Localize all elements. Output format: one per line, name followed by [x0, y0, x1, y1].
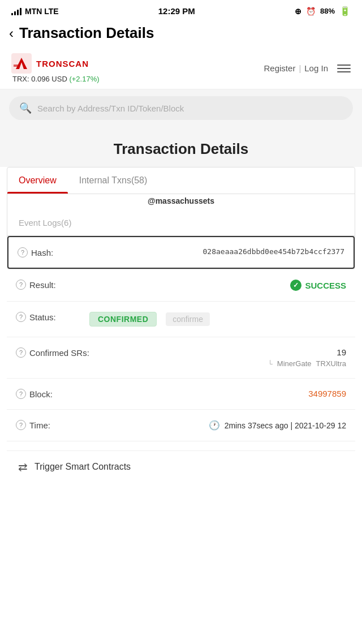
svg-rect-2 — [14, 65, 18, 67]
result-help-icon[interactable]: ? — [16, 280, 26, 290]
srs-info: 19 └ MinerGate TRXUltra — [89, 347, 346, 368]
time-text: 2mins 37secs ago | 2021-10-29 12 — [225, 421, 346, 430]
status-badges: CONFIRMED confirme — [89, 312, 346, 327]
confirmed-srs-label: ? Confirmed SRs: — [16, 347, 89, 358]
register-link[interactable]: Register — [264, 63, 296, 73]
auth-divider: | — [299, 63, 301, 73]
result-value: ✓ SUCCESS — [89, 280, 346, 291]
sr-names: └ MinerGate TRXUltra — [268, 359, 346, 368]
tabs-row: Overview Internal Txns(58) — [7, 168, 355, 194]
confirmed-badge: CONFIRMED — [89, 312, 157, 327]
status-bar-left: MTN LTE — [11, 7, 59, 16]
search-icon: 🔍 — [19, 102, 32, 114]
sr-name-2: TRXUltra — [316, 359, 346, 368]
hash-value: 028aeaaa26dbbd0ee454b72b4ccf2377 — [91, 247, 344, 256]
success-badge: ✓ SUCCESS — [290, 280, 346, 291]
bottom-bar[interactable]: ⇄ Trigger Smart Contracts — [7, 450, 355, 483]
login-link[interactable]: Log In — [304, 63, 328, 73]
status-value: CONFIRMED confirme — [89, 312, 346, 327]
hash-row: ? Hash: 028aeaaa26dbbd0ee454b72b4ccf2377 — [7, 236, 355, 269]
confirmed-srs-help-icon[interactable]: ? — [16, 347, 26, 358]
hash-label: ? Hash: — [18, 247, 91, 257]
status-bar: MTN LTE 12:29 PM ⊕ ⏰ 88% 🔋 — [0, 0, 362, 20]
result-row: ? Result: ✓ SUCCESS — [7, 269, 355, 302]
page-title-section: Transaction Details — [0, 127, 362, 167]
sr-name-1: MinerGate — [277, 359, 312, 368]
status-label: ? Status: — [16, 312, 89, 322]
page-title: Transaction Details — [9, 140, 353, 158]
sr-arrow-icon: └ — [268, 360, 273, 368]
status-row: ? Status: CONFIRMED confirme — [7, 302, 355, 337]
status-bar-right: ⊕ ⏰ 88% 🔋 — [295, 6, 351, 16]
svg-rect-0 — [11, 53, 32, 74]
back-button[interactable]: ‹ — [9, 25, 14, 41]
tabs-container: Overview Internal Txns(58) @massachusset… — [7, 167, 355, 269]
hotspot-icon: ⊕ — [295, 7, 301, 16]
result-label: ? Result: — [16, 280, 89, 290]
nav-title: Transaction Details — [19, 24, 154, 42]
time-help-icon[interactable]: ? — [16, 420, 26, 430]
block-value: 34997859 — [89, 389, 346, 398]
time-value: 🕐 2mins 37secs ago | 2021-10-29 12 — [89, 420, 346, 431]
battery-icon: 🔋 — [339, 6, 351, 16]
search-placeholder: Search by Address/Txn ID/Token/Block — [37, 104, 184, 113]
nav-header: ‹ Transaction Details — [0, 20, 362, 48]
hash-help-icon[interactable]: ? — [18, 247, 28, 257]
detail-rows: ? Result: ✓ SUCCESS ? Status: CONFIRMED … — [7, 269, 355, 441]
block-link[interactable]: 34997859 — [308, 389, 346, 398]
battery-label: 88% — [320, 7, 335, 15]
search-box[interactable]: 🔍 Search by Address/Txn ID/Token/Block — [9, 96, 353, 120]
block-help-icon[interactable]: ? — [16, 389, 26, 399]
time-row: ? Time: 🕐 2mins 37secs ago | 2021-10-29 … — [7, 410, 355, 441]
status-help-icon[interactable]: ? — [16, 312, 26, 322]
watermark: @massachussets — [7, 194, 355, 210]
trx-price: TRX: 0.096 USD (+2.17%) — [11, 75, 100, 83]
brand-name: TRONSCAN — [36, 59, 89, 68]
confirmed-srs-row: ? Confirmed SRs: 19 └ MinerGate TRXUltra — [7, 337, 355, 379]
time-label: ? Time: — [16, 420, 89, 430]
trigger-label: Trigger Smart Contracts — [35, 462, 131, 472]
brand: TRONSCAN — [11, 53, 100, 74]
time-content: 🕐 2mins 37secs ago | 2021-10-29 12 — [89, 420, 346, 431]
carrier-label: MTN LTE — [25, 7, 59, 16]
auth-links: Register | Log In — [264, 63, 328, 73]
block-row: ? Block: 34997859 — [7, 379, 355, 410]
logo-right: Register | Log In — [264, 63, 351, 73]
success-checkmark-icon: ✓ — [290, 280, 301, 291]
trigger-icon: ⇄ — [18, 460, 28, 474]
tab-overview[interactable]: Overview — [7, 168, 68, 194]
block-label: ? Block: — [16, 389, 89, 399]
tab-event-logs[interactable]: Event Logs(6) — [7, 210, 355, 236]
hamburger-menu[interactable] — [337, 65, 351, 72]
signal-icon — [11, 7, 21, 15]
search-container: 🔍 Search by Address/Txn ID/Token/Block — [0, 89, 362, 127]
logo-bar: TRONSCAN TRX: 0.096 USD (+2.17%) Registe… — [0, 48, 362, 89]
tronscan-logo-icon — [11, 53, 32, 74]
clock-icon: 🕐 — [209, 420, 220, 431]
alarm-icon: ⏰ — [306, 7, 316, 16]
sr-count: 19 — [337, 347, 346, 357]
confirmed-srs-value: 19 └ MinerGate TRXUltra — [89, 347, 346, 368]
time-label: 12:29 PM — [158, 6, 195, 16]
tab-internal-txns[interactable]: Internal Txns(58) — [68, 168, 159, 194]
confirmed-faded-badge: confirme — [166, 312, 210, 326]
logo-left: TRONSCAN TRX: 0.096 USD (+2.17%) — [11, 53, 100, 83]
